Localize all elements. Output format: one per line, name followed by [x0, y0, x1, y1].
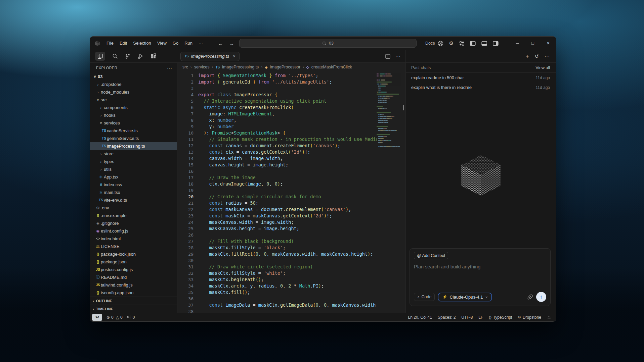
- tree-file--gitignore[interactable]: ◈.gitignore: [90, 219, 177, 227]
- line-number: 4: [177, 92, 194, 98]
- customize-layout-icon[interactable]: [459, 41, 464, 46]
- notifications-bell-icon[interactable]: [547, 315, 551, 319]
- menu-run[interactable]: Run: [181, 37, 196, 50]
- tree-file-geminiservice-ts[interactable]: TSgeminiService.ts: [90, 135, 177, 142]
- code-content[interactable]: import { SegmentationMask } from '../typ…: [198, 71, 377, 313]
- maximize-button[interactable]: □: [525, 37, 541, 50]
- tree-file-readme-md[interactable]: ⓘREADME.md: [90, 273, 177, 281]
- nav-forward-button[interactable]: →: [228, 41, 235, 46]
- tree-folder-services[interactable]: ∨services: [90, 119, 177, 127]
- tree-file-index-css[interactable]: #index.css: [90, 181, 177, 189]
- chat-history-item[interactable]: explain readme in 500 char11d ago: [406, 73, 556, 83]
- minimize-button[interactable]: ─: [510, 37, 525, 50]
- toggle-secondary-sidebar-icon[interactable]: [493, 41, 499, 46]
- chat-history-item[interactable]: exaplin what is there in readme11d ago: [406, 83, 556, 92]
- nav-back-button[interactable]: ←: [217, 41, 224, 46]
- toggle-panel-icon[interactable]: [481, 41, 487, 46]
- attach-paperclip-icon[interactable]: [527, 294, 533, 300]
- tree-folder-hooks[interactable]: ›hooks: [90, 111, 177, 119]
- menu-selection[interactable]: Selection: [130, 37, 154, 50]
- status-lf[interactable]: LF: [478, 315, 483, 320]
- minimap-line: [377, 82, 400, 83]
- menu-more-button[interactable]: ···: [196, 41, 206, 46]
- toggle-primary-sidebar-icon[interactable]: [470, 41, 476, 46]
- editor-more-icon[interactable]: ···: [395, 54, 401, 59]
- code-line: maskCtx.fillRect(0, 0, maskCanvas.width,…: [198, 251, 377, 257]
- breadcrumb-item[interactable]: ImageProcessor: [270, 65, 300, 69]
- chat-more-icon[interactable]: ···: [545, 54, 550, 59]
- tree-folder-03[interactable]: ∨03: [90, 73, 177, 81]
- minimap[interactable]: [377, 71, 401, 313]
- code-line: // Simulate mask creation - in productio…: [198, 136, 377, 143]
- problems-errors[interactable]: ⊗ 0: [106, 315, 114, 320]
- source-control-icon[interactable]: [125, 53, 131, 59]
- menu-file[interactable]: File: [103, 37, 117, 50]
- account-icon[interactable]: [438, 41, 443, 46]
- sidebar-section-timeline[interactable]: ›TIMELINE: [90, 305, 177, 313]
- tree-file-license[interactable]: ⚖LICENSE: [90, 243, 177, 250]
- remote-indicator[interactable]: ><: [92, 314, 102, 321]
- tree-file--env[interactable]: ⚙.env: [90, 204, 177, 212]
- tree-file-package-lock-json[interactable]: {}package-lock.json: [90, 250, 177, 258]
- mode-selector[interactable]: ∧ Code: [414, 293, 435, 301]
- tree-file-package-json[interactable]: {}package.json: [90, 258, 177, 266]
- tree-folder--dropstone[interactable]: ›.dropstone: [90, 81, 177, 88]
- tree-file-app-tsx[interactable]: ⚛App.tsx: [90, 173, 177, 181]
- settings-gear-icon[interactable]: ⚙: [449, 40, 454, 46]
- status-dropstone[interactable]: ⊘Dropstone: [518, 315, 541, 320]
- tree-file--env-example[interactable]: $.env.example: [90, 212, 177, 219]
- ports-indicator[interactable]: 0: [127, 315, 135, 320]
- line-number: 19: [177, 187, 194, 194]
- tree-folder-src[interactable]: ∨src: [90, 96, 177, 104]
- tree-file-cacheservice-ts[interactable]: TScacheService.ts: [90, 127, 177, 135]
- status-ln-20-col-41[interactable]: Ln 20, Col 41: [408, 315, 432, 320]
- code-editor[interactable]: 1234567891011121314151617181920212223242…: [177, 71, 405, 313]
- tree-folder-node-modules[interactable]: ›node_modules: [90, 88, 177, 96]
- search-activity-icon[interactable]: [112, 53, 118, 59]
- tab-close-icon[interactable]: ×: [233, 54, 235, 59]
- send-button[interactable]: ↑: [536, 292, 546, 302]
- tree-file-tailwind-config-js[interactable]: JStailwind.config.js: [90, 281, 177, 289]
- new-chat-icon[interactable]: +: [525, 53, 529, 60]
- tree-file-main-tsx[interactable]: ⚛main.tsx: [90, 189, 177, 196]
- tree-file-tsconfig-app-json[interactable]: {}tsconfig.app.json: [90, 289, 177, 297]
- docs-button[interactable]: Docs: [425, 41, 435, 46]
- menu-edit[interactable]: Edit: [117, 37, 130, 50]
- sidebar-section-outline[interactable]: ›OUTLINE: [90, 297, 177, 305]
- tree-folder-utils[interactable]: ›utils: [90, 165, 177, 173]
- tree-folder-store[interactable]: ›store: [90, 150, 177, 158]
- editor-scrollbar[interactable]: [401, 71, 405, 313]
- chat-input-placeholder[interactable]: Plan search and build anything: [414, 264, 546, 269]
- run-debug-icon[interactable]: [138, 53, 143, 59]
- model-selector[interactable]: ⚡ Claude-Opus-4.1 ∨: [438, 293, 491, 301]
- close-button[interactable]: ×: [541, 37, 556, 50]
- extensions-icon[interactable]: [151, 53, 156, 59]
- tab-imageprocessing[interactable]: TS imageProcessing.ts ×: [180, 52, 240, 61]
- breadcrumb-item[interactable]: createMaskFromClick: [311, 65, 352, 69]
- tree-file-imageprocessing-ts[interactable]: TSimageProcessing.ts: [90, 142, 177, 150]
- breadcrumb-item[interactable]: src: [182, 65, 188, 69]
- chat-history-icon[interactable]: ↺: [534, 53, 539, 59]
- status-utf-8[interactable]: UTF-8: [461, 315, 473, 320]
- chat-input-card[interactable]: @ Add Context Plan search and build anyt…: [410, 248, 551, 306]
- menu-go[interactable]: Go: [170, 37, 181, 50]
- tree-file-postcss-config-js[interactable]: JSpostcss.config.js: [90, 266, 177, 273]
- tree-file-vite-env-d-ts[interactable]: TSvite-env.d.ts: [90, 196, 177, 204]
- breadcrumb-item[interactable]: imageProcessing.ts: [222, 65, 259, 69]
- line-number: 12: [177, 143, 194, 149]
- status-typescript[interactable]: {}TypeScript: [489, 315, 512, 320]
- view-all-link[interactable]: View all: [535, 65, 550, 70]
- tree-folder-components[interactable]: ›components: [90, 104, 177, 111]
- split-editor-icon[interactable]: [385, 54, 390, 59]
- breadcrumb-item[interactable]: services: [194, 65, 210, 69]
- tree-file-index-html[interactable]: <>index.html: [90, 235, 177, 243]
- status-spaces-2[interactable]: Spaces: 2: [438, 315, 456, 320]
- tree-folder-types[interactable]: ›types: [90, 158, 177, 165]
- command-center-search[interactable]: 03: [239, 39, 417, 48]
- explorer-files-icon[interactable]: [95, 52, 105, 61]
- problems-warnings[interactable]: △ 0: [116, 315, 123, 320]
- add-context-button[interactable]: @ Add Context: [414, 252, 448, 259]
- tree-file-eslint-config-js[interactable]: ◉eslint.config.js: [90, 227, 177, 235]
- menu-view[interactable]: View: [154, 37, 170, 50]
- explorer-more-icon[interactable]: ···: [167, 65, 172, 70]
